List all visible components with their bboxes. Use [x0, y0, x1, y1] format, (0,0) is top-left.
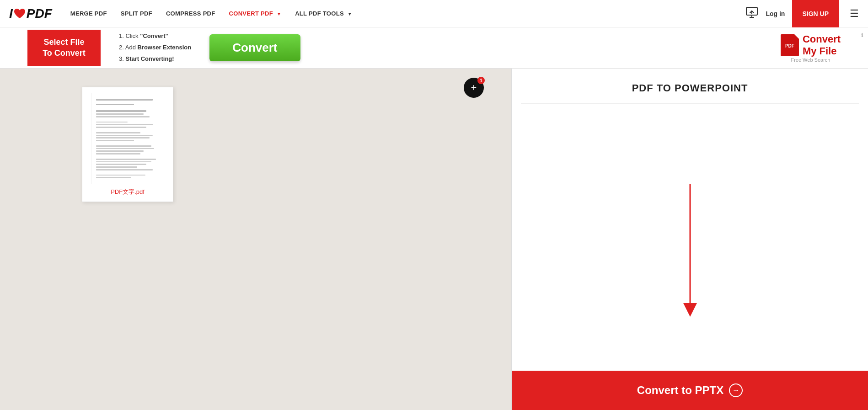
- ad-step2: 2. Add Browser Extension: [119, 42, 191, 53]
- svg-marker-5: [683, 303, 697, 317]
- content-area: PDF文字.pdf 1 +: [0, 69, 511, 410]
- logo[interactable]: I PDF: [9, 6, 52, 21]
- file-name: PDF文字.pdf: [111, 188, 145, 196]
- header-right: Log in Sign up ☰: [745, 0, 859, 27]
- ad-step3: 3. Start Converting!: [119, 53, 191, 65]
- all-tools-caret-icon: ▼: [348, 11, 352, 16]
- ad-convert-button[interactable]: Convert: [209, 34, 300, 61]
- add-plus-icon: +: [471, 83, 477, 93]
- logo-pdf: PDF: [27, 6, 52, 21]
- nav-compress-pdf[interactable]: COMPRESS PDF: [166, 10, 215, 17]
- add-file-badge[interactable]: 1 +: [464, 78, 484, 98]
- ad-banner: Select File To Convert 1. Click "Convert…: [0, 27, 868, 69]
- sidebar-title: PDF TO POWERPOINT: [521, 82, 859, 104]
- ad-step1: 1. Click "Convert": [119, 31, 191, 42]
- file-card[interactable]: PDF文字.pdf: [82, 87, 173, 202]
- signup-button[interactable]: Sign up: [792, 0, 839, 27]
- pdf-brand-icon: PDF: [781, 34, 799, 56]
- ad-brand-logo: PDF Convert My File: [781, 33, 841, 57]
- ad-steps: 1. Click "Convert" 2. Add Browser Extens…: [119, 31, 191, 64]
- monitor-icon[interactable]: [745, 6, 758, 21]
- nav-convert-pdf[interactable]: CONVERT PDF ▼: [229, 10, 282, 17]
- logo-heart-icon: [13, 8, 26, 20]
- main-nav: MERGE PDF SPLIT PDF COMPRESS PDF CONVERT…: [70, 10, 746, 17]
- hamburger-icon[interactable]: ☰: [850, 8, 859, 20]
- logo-i: I: [9, 6, 13, 21]
- add-badge-number: 1: [477, 77, 485, 84]
- ad-info-icon[interactable]: ℹ: [861, 32, 863, 38]
- convert-arrow-icon: →: [729, 383, 743, 397]
- nav-all-tools[interactable]: ALL PDF TOOLS ▼: [295, 10, 352, 17]
- nav-split-pdf[interactable]: SPLIT PDF: [121, 10, 152, 17]
- sidebar: PDF TO POWERPOINT Convert to PPTX →: [511, 69, 868, 410]
- main-layout: PDF文字.pdf 1 + PDF TO POWERPOINT Convert …: [0, 69, 868, 410]
- ad-brand: PDF Convert My File Free Web Search: [781, 33, 841, 63]
- convert-caret-icon: ▼: [277, 11, 281, 16]
- header: I PDF MERGE PDF SPLIT PDF COMPRESS PDF C…: [0, 0, 868, 27]
- nav-merge-pdf[interactable]: MERGE PDF: [70, 10, 107, 17]
- select-file-button[interactable]: Select File To Convert: [27, 30, 101, 66]
- login-button[interactable]: Log in: [766, 10, 785, 17]
- ad-brand-search: Free Web Search: [791, 57, 830, 63]
- ad-brand-name: Convert My File: [803, 33, 841, 57]
- file-preview: [91, 93, 164, 184]
- convert-pptx-button[interactable]: Convert to PPTX →: [512, 371, 868, 410]
- down-arrow-icon: [681, 184, 699, 321]
- arrow-container: [681, 104, 699, 401]
